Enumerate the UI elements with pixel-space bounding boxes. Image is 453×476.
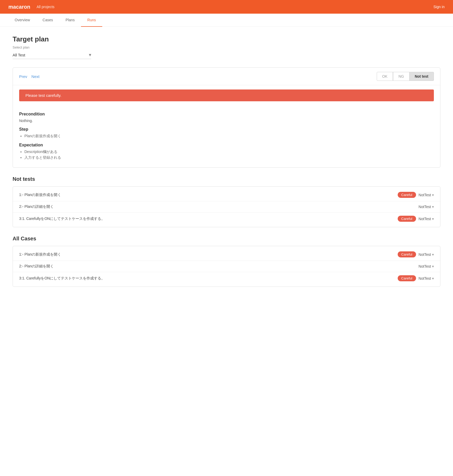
nav-item-runs[interactable]: Runs xyxy=(81,14,102,27)
not-tests-status-0: NotTest xyxy=(419,193,431,197)
expectation-list: Description欄がある 入力すると登録される xyxy=(19,150,434,160)
chevron-down-icon: ▾ xyxy=(432,264,434,268)
test-card-header: Prev Next OK NG Not test xyxy=(13,68,440,85)
all-cases-label-2: 3:1. CarefullyをONにしてテストケースを作成する。 xyxy=(19,276,398,281)
all-cases-status-select-2[interactable]: NotTest ▾ xyxy=(419,276,434,281)
all-cases-label-0: 1:- Planの新規作成を開く xyxy=(19,252,398,257)
careful-badge-0: Careful xyxy=(398,192,416,198)
not-tests-row-0: 1:- Planの新規作成を開く Careful NotTest ▾ xyxy=(13,189,440,201)
ng-button[interactable]: NG xyxy=(393,72,409,81)
header-left: macaron All projects xyxy=(8,4,55,10)
ok-button[interactable]: OK xyxy=(377,72,393,81)
nav-item-plans[interactable]: Plans xyxy=(59,14,81,27)
not-tests-right-2: Careful NotTest ▾ xyxy=(398,216,434,222)
all-cases-status-2: NotTest xyxy=(419,276,431,281)
chevron-down-icon: ▾ xyxy=(89,52,91,58)
all-cases-row-1: 2:- Planの詳細を開く NotTest ▾ xyxy=(13,261,440,272)
not-tests-label-1: 2:- Planの詳細を開く xyxy=(19,204,419,209)
step-item: Planの新規作成を開く xyxy=(24,134,434,139)
not-tests-status-2: NotTest xyxy=(419,217,431,221)
nav-item-cases[interactable]: Cases xyxy=(36,14,59,27)
test-card: Prev Next OK NG Not test Please test car… xyxy=(13,67,440,168)
all-cases-row-2: 3:1. CarefullyをONにしてテストケースを作成する。 Careful… xyxy=(13,272,440,284)
all-projects-link[interactable]: All projects xyxy=(36,5,54,9)
main-content: Target plan Select plan All Test ▾ Prev … xyxy=(0,27,453,304)
header: macaron All projects Sign in xyxy=(0,0,453,14)
not-tests-label-0: 1:- Planの新規作成を開く xyxy=(19,193,398,197)
prev-button[interactable]: Prev xyxy=(19,74,27,79)
plan-select-dropdown[interactable]: All Test ▾ xyxy=(13,51,91,59)
nav-item-overview[interactable]: Overview xyxy=(8,14,36,27)
chevron-down-icon: ▾ xyxy=(432,252,434,257)
expectation-heading: Expectation xyxy=(19,143,434,147)
not-tests-status-1: NotTest xyxy=(419,205,431,209)
all-cases-label-1: 2:- Planの詳細を開く xyxy=(19,264,419,269)
not-tests-card: 1:- Planの新規作成を開く Careful NotTest ▾ 2:- P… xyxy=(13,186,440,227)
not-tests-row-2: 3:1. CarefullyをONにしてテストケースを作成する。 Careful… xyxy=(13,213,440,225)
precondition-text: Nothing. xyxy=(19,119,434,123)
not-tests-title: Not tests xyxy=(13,176,440,182)
all-cases-status-select-1[interactable]: NotTest ▾ xyxy=(419,264,434,268)
not-tests-status-select-2[interactable]: NotTest ▾ xyxy=(419,217,434,221)
not-tests-label-2: 3:1. CarefullyをONにしてテストケースを作成する。 xyxy=(19,216,398,221)
test-nav-buttons: Prev Next xyxy=(19,74,40,79)
test-action-buttons: OK NG Not test xyxy=(377,72,434,81)
page-title: Target plan xyxy=(13,35,440,43)
careful-badge-2: Careful xyxy=(398,216,416,222)
all-cases-right-2: Careful NotTest ▾ xyxy=(398,275,434,281)
precondition-heading: Precondition xyxy=(19,112,434,117)
all-cases-card: 1:- Planの新規作成を開く Careful NotTest ▾ 2:- P… xyxy=(13,246,440,287)
main-nav: Overview Cases Plans Runs xyxy=(0,14,453,27)
chevron-down-icon: ▾ xyxy=(432,193,434,197)
alert-banner: Please test carefully. xyxy=(19,89,434,101)
expectation-item-1: 入力すると登録される xyxy=(24,155,434,160)
all-cases-title: All Cases xyxy=(13,236,440,242)
all-cases-right-0: Careful NotTest ▾ xyxy=(398,251,434,257)
next-button[interactable]: Next xyxy=(31,74,40,79)
logo: macaron xyxy=(8,4,30,10)
sign-in-button[interactable]: Sign in xyxy=(433,5,445,9)
not-test-button[interactable]: Not test xyxy=(409,72,434,81)
chevron-down-icon: ▾ xyxy=(432,276,434,281)
all-cases-row-0: 1:- Planの新規作成を開く Careful NotTest ▾ xyxy=(13,248,440,261)
all-cases-status-select-0[interactable]: NotTest ▾ xyxy=(419,252,434,257)
expectation-item-0: Description欄がある xyxy=(24,150,434,154)
chevron-down-icon: ▾ xyxy=(432,205,434,209)
all-cases-status-0: NotTest xyxy=(419,252,431,257)
careful-badge-ac-0: Careful xyxy=(398,251,416,257)
not-tests-status-select-1[interactable]: NotTest ▾ xyxy=(419,205,434,209)
test-body: Precondition Nothing. Step Planの新規作成を開く … xyxy=(13,105,440,167)
not-tests-status-select-0[interactable]: NotTest ▾ xyxy=(419,193,434,197)
all-cases-right-1: NotTest ▾ xyxy=(419,264,434,268)
not-tests-right-1: NotTest ▾ xyxy=(419,205,434,209)
step-heading: Step xyxy=(19,127,434,132)
plan-select-value: All Test xyxy=(13,53,89,57)
careful-badge-ac-2: Careful xyxy=(398,275,416,281)
not-tests-row-1: 2:- Planの詳細を開く NotTest ▾ xyxy=(13,201,440,213)
chevron-down-icon: ▾ xyxy=(432,217,434,221)
not-tests-right-0: Careful NotTest ▾ xyxy=(398,192,434,198)
select-plan-label: Select plan xyxy=(13,45,440,49)
all-cases-status-1: NotTest xyxy=(419,264,431,268)
step-list: Planの新規作成を開く xyxy=(19,134,434,139)
